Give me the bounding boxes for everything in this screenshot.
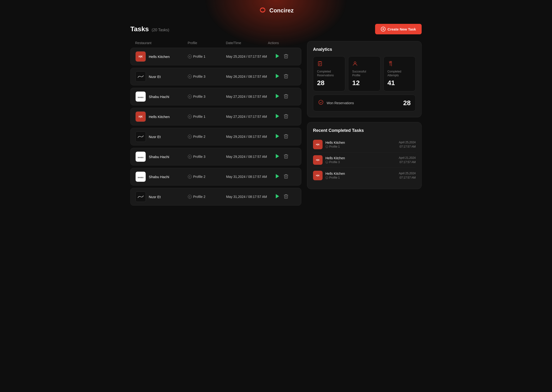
svg-text:SHABU: SHABU xyxy=(138,97,144,98)
profile-name: Profile 1 xyxy=(193,115,205,119)
profile-icon: ● xyxy=(188,115,192,119)
recent-datetime: April 25,202407:17:57 AM xyxy=(399,140,416,149)
play-icon xyxy=(276,174,279,178)
fork-icon xyxy=(387,61,412,68)
delete-button[interactable] xyxy=(284,74,288,80)
task-count: (20 Tasks) xyxy=(152,28,169,32)
profile-cell: ● Profile 1 xyxy=(188,115,226,119)
play-button[interactable] xyxy=(276,154,279,160)
recent-datetime: April 21,202407:17:57 AM xyxy=(399,156,416,164)
restaurant-cell: Nusr Et xyxy=(135,131,188,142)
restaurant-name: Nusr Et xyxy=(149,75,161,79)
restaurant-name: Nusr Et xyxy=(149,135,161,139)
actions-cell xyxy=(268,74,296,80)
won-reservations-label: Won Reservations xyxy=(327,101,354,105)
recent-logo: H|K xyxy=(313,171,323,180)
check-circle-icon xyxy=(318,99,324,107)
play-button[interactable] xyxy=(276,194,279,200)
profile-name: Profile 2 xyxy=(193,175,205,179)
logo: Concirez xyxy=(258,7,293,14)
table-row: H|K Hells Kitchen ● Profile 1 May 27,202… xyxy=(130,108,301,126)
restaurant-cell: H|K Hells Kitchen xyxy=(135,111,188,122)
profile-name: Profile 3 xyxy=(193,75,205,78)
won-reservations-value: 28 xyxy=(403,99,411,107)
table-header: Restaurant Profile Date/Time Actions xyxy=(130,41,301,48)
table-row: Nusr Et ● Profile 2 May 29,2024 / 08:17:… xyxy=(130,128,301,146)
profile-name: Profile 3 xyxy=(193,155,205,159)
restaurant-cell: SHABU Shabu Hachi xyxy=(135,171,188,182)
play-button[interactable] xyxy=(276,114,279,119)
play-button[interactable] xyxy=(276,134,279,140)
play-icon xyxy=(276,154,279,158)
actions-cell xyxy=(268,194,296,200)
completed-attempts-value: 41 xyxy=(387,79,412,87)
table-row: SHABU Shabu Hachi ● Profile 2 May 31,202… xyxy=(130,168,301,186)
restaurant-name: Shabu Hachi xyxy=(149,95,169,99)
delete-button[interactable] xyxy=(284,174,288,180)
stat-successful-profile: SuccessfulProfile 12 xyxy=(348,56,380,91)
restaurant-cell: H|K Hells Kitchen xyxy=(135,51,188,62)
logo-icon xyxy=(258,7,267,14)
col-actions: Actions xyxy=(268,41,297,45)
restaurant-name: Nusr Et xyxy=(149,195,161,199)
delete-button[interactable] xyxy=(284,54,288,60)
delete-button[interactable] xyxy=(284,114,288,120)
datetime-cell: May 27,2024 / 07:17:57 AM xyxy=(226,115,268,119)
completed-reservations-value: 28 xyxy=(317,79,341,87)
successful-profile-label: SuccessfulProfile xyxy=(352,70,376,77)
actions-cell xyxy=(268,54,296,60)
recent-card: Recent Completed Tasks H|K Hells Kitchen… xyxy=(307,122,422,189)
delete-button[interactable] xyxy=(284,154,288,160)
recent-profile-icon: ● xyxy=(325,161,328,164)
datetime-cell: May 26,2024 / 08:17:57 AM xyxy=(226,75,268,78)
completed-reservations-label: CompletedReservations xyxy=(317,70,341,77)
delete-button[interactable] xyxy=(284,134,288,140)
actions-cell xyxy=(268,94,296,100)
profile-name: Profile 1 xyxy=(193,55,205,58)
profile-icon: ● xyxy=(188,175,192,179)
col-datetime: Date/Time xyxy=(226,41,268,45)
user-icon xyxy=(352,61,376,68)
restaurant-cell: Nusr Et xyxy=(135,71,188,82)
play-button[interactable] xyxy=(276,54,279,59)
recent-title: Recent Completed Tasks xyxy=(313,128,416,133)
recent-item: H|K Hells Kitchen ● Profile 1 April 25,2… xyxy=(313,137,416,152)
stat-completed-attempts: CompletedAttempts 41 xyxy=(384,56,416,91)
col-profile: Profile xyxy=(188,41,226,45)
create-task-button[interactable]: + Create New Task xyxy=(375,24,422,34)
successful-profile-value: 12 xyxy=(352,79,376,87)
recent-info: Hells Kitchen ● Profile 3 xyxy=(325,156,345,164)
recent-restaurant-name: Hells Kitchen xyxy=(325,141,345,145)
profile-icon: ● xyxy=(188,75,192,78)
restaurant-name: Hells Kitchen xyxy=(149,115,170,119)
play-icon xyxy=(276,194,279,198)
recent-left: H|K Hells Kitchen ● Profile 1 xyxy=(313,171,345,180)
plus-icon: + xyxy=(381,27,385,31)
delete-button[interactable] xyxy=(284,94,288,100)
recent-logo: H|K xyxy=(313,140,323,149)
profile-cell: ● Profile 1 xyxy=(188,55,226,58)
logo-text: Concirez xyxy=(269,7,293,14)
actions-cell xyxy=(268,154,296,160)
table-row: SHABU Shabu Hachi ● Profile 3 May 27,202… xyxy=(130,88,301,105)
profile-cell: ● Profile 3 xyxy=(188,75,226,78)
delete-button[interactable] xyxy=(284,194,288,200)
play-icon xyxy=(276,134,279,138)
recent-logo: H|K xyxy=(313,155,323,165)
profile-cell: ● Profile 3 xyxy=(188,95,226,98)
recent-profile-icon: ● xyxy=(325,176,328,179)
svg-text:SHABU: SHABU xyxy=(138,157,144,158)
table-row: Nusr Et ● Profile 2 May 31,2024 / 08:17:… xyxy=(130,188,301,206)
play-button[interactable] xyxy=(276,94,279,99)
play-button[interactable] xyxy=(276,174,279,180)
recent-profile: ● Profile 3 xyxy=(325,161,345,164)
restaurant-cell: SHABU Shabu Hachi xyxy=(135,91,188,102)
won-left: Won Reservations xyxy=(318,99,354,107)
profile-cell: ● Profile 2 xyxy=(188,135,226,139)
play-icon xyxy=(276,54,279,58)
play-button[interactable] xyxy=(276,74,279,79)
recent-profile: ● Profile 1 xyxy=(325,145,345,148)
datetime-cell: May 29,2024 / 08:17:57 AM xyxy=(226,155,268,159)
profile-name: Profile 3 xyxy=(193,95,205,98)
datetime-cell: May 31,2024 / 08:17:57 AM xyxy=(226,175,268,179)
